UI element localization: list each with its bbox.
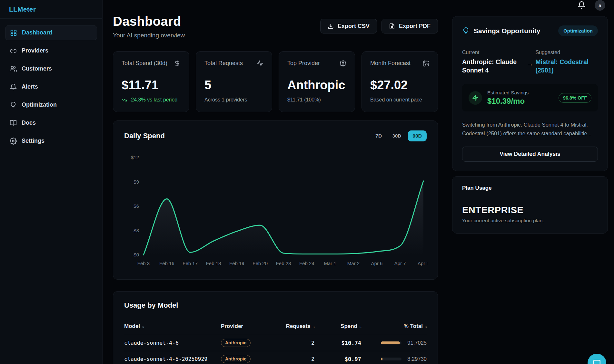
pct-bar	[381, 358, 401, 360]
provider-cell: Anthropic	[221, 339, 279, 347]
sidebar-item-customers[interactable]: Customers	[5, 61, 97, 76]
current-model: Anthropic: Claude Sonnet 4	[462, 58, 525, 74]
sidebar-item-label: Dashboard	[22, 29, 52, 36]
column-header-requests[interactable]: Requests↑↓	[279, 323, 314, 335]
range-toggle: 7D 30D 90D	[371, 130, 427, 141]
x-axis-label: Mar 1	[324, 261, 336, 266]
y-axis-label: $0	[134, 252, 139, 257]
view-detailed-analysis-button[interactable]: View Detailed Analysis	[462, 147, 598, 162]
plan-subtitle: Your current active subscription plan.	[462, 218, 598, 224]
sidebar-nav: Dashboard Providers Customers Alerts Opt…	[0, 19, 102, 158]
x-axis-label: Feb 16	[159, 261, 174, 266]
suggested-label: Suggested	[536, 50, 598, 55]
x-axis-label: Mar 2	[347, 261, 360, 266]
suggested-model[interactable]: Mistral: Codestral (2501)	[536, 58, 598, 74]
lightbulb-icon	[462, 27, 474, 34]
lightbulb-icon	[10, 101, 17, 109]
x-axis-label: Feb 18	[206, 261, 221, 266]
spend-area	[144, 181, 423, 255]
stat-value: Anthropic	[287, 78, 346, 92]
table-header-row: Model↑↓ProviderRequests↑↓Spend↑↓% Total↑…	[124, 323, 427, 335]
chart-title: Daily Spend	[124, 132, 165, 140]
provider-badge: Anthropic	[221, 339, 251, 347]
plan-usage-title: Plan Usage	[462, 185, 598, 191]
model-comparison: Current Anthropic: Claude Sonnet 4 → Sug…	[462, 50, 598, 74]
plan-usage-card: Plan Usage ENTERPRISE Your current activ…	[452, 176, 608, 234]
x-axis-label: Feb 23	[276, 261, 291, 266]
stat-subtext: Based on current pace	[370, 97, 422, 103]
stat-value: $11.71	[122, 78, 181, 92]
spend-cell: $10.74	[314, 340, 361, 346]
stat-card-total-spend: Total Spend (30d) $11.71 -24.3% vs last …	[113, 51, 189, 112]
y-axis-label: $9	[134, 179, 139, 185]
savings-opportunity-card: Savings Opportunity Optimization Current…	[452, 16, 608, 171]
savings-title: Savings Opportunity	[474, 27, 558, 35]
calendar-clock-icon	[422, 60, 429, 67]
gear-icon	[10, 138, 17, 145]
sidebar-item-settings[interactable]: Settings	[5, 133, 97, 148]
estimated-savings-value: $10.39/mo	[487, 97, 529, 106]
right-column: Savings Opportunity Optimization Current…	[452, 16, 608, 364]
export-pdf-button[interactable]: Export PDF	[381, 19, 438, 34]
model-cell: claude-sonnet-4-5-20250929	[124, 356, 221, 362]
stat-label: Month Forecast	[370, 60, 411, 67]
pct-value: 8.29730	[405, 356, 427, 362]
sidebar-item-docs[interactable]: Docs	[5, 115, 97, 130]
page-title: Dashboard	[113, 14, 185, 29]
discount-badge: 96.8% OFF	[559, 93, 591, 103]
sort-icon: ↑↓	[424, 324, 427, 328]
x-axis-label: Feb 17	[183, 261, 198, 266]
column-header-model[interactable]: Model↑↓	[124, 323, 221, 335]
x-axis-label: Feb 19	[229, 261, 244, 266]
optimization-badge: Optimization	[558, 25, 598, 36]
stat-subtext: Across 1 providers	[204, 97, 247, 103]
range-7d-button[interactable]: 7D	[371, 130, 386, 141]
sidebar-item-alerts[interactable]: Alerts	[5, 79, 97, 94]
x-axis-label: Feb 20	[253, 261, 268, 266]
dashboard-grid-icon	[10, 29, 17, 36]
column-header--total[interactable]: % Total↑↓	[361, 323, 427, 335]
pct-bar	[381, 341, 401, 344]
sidebar-item-label: Optimization	[22, 101, 57, 108]
zap-icon	[469, 91, 482, 105]
export-csv-button[interactable]: Export CSV	[320, 19, 377, 34]
plan-tier: ENTERPRISE	[462, 205, 598, 216]
usage-table-body: claude-sonnet-4-6Anthropic2$10.7491.7025…	[124, 335, 427, 364]
user-avatar[interactable]: a	[595, 0, 605, 11]
current-label: Current	[462, 50, 525, 55]
daily-spend-chart: $0$3$6$9$12Feb 3Feb 16Feb 17Feb 18Feb 19…	[124, 148, 427, 270]
sidebar-item-label: Alerts	[22, 83, 38, 90]
download-icon	[328, 23, 334, 29]
bell-icon	[10, 83, 17, 91]
sidebar-item-dashboard[interactable]: Dashboard	[5, 25, 97, 40]
usage-table: Model↑↓ProviderRequests↑↓Spend↑↓% Total↑…	[124, 323, 427, 364]
notifications-bell-icon[interactable]	[578, 1, 586, 9]
stat-card-month-forecast: Month Forecast $27.02 Based on current p…	[361, 51, 438, 112]
requests-cell: 2	[279, 340, 314, 346]
range-90d-button[interactable]: 90D	[408, 130, 427, 141]
trending-down-icon	[122, 97, 127, 103]
book-open-icon	[10, 120, 17, 127]
stat-value: $27.02	[370, 78, 429, 92]
table-row: claude-sonnet-4-6Anthropic2$10.7491.7025	[124, 335, 427, 351]
column-header-spend[interactable]: Spend↑↓	[314, 323, 361, 335]
cpu-icon	[340, 60, 346, 67]
sidebar-item-label: Providers	[22, 47, 48, 54]
stat-subtext: $11.71 (100%)	[287, 97, 321, 103]
y-axis-label: $12	[131, 155, 139, 160]
link-icon	[10, 47, 17, 54]
spend-cell: $0.97	[314, 356, 361, 362]
sidebar-item-providers[interactable]: Providers	[5, 43, 97, 58]
sidebar-item-label: Docs	[22, 120, 36, 126]
x-axis-label: Apr 9	[418, 261, 427, 266]
range-30d-button[interactable]: 30D	[388, 130, 405, 141]
dollar-icon	[174, 60, 181, 67]
daily-spend-card: Daily Spend 7D 30D 90D $0$3$6$9$12Feb 3F…	[113, 120, 438, 280]
stats-row: Total Spend (30d) $11.71 -24.3% vs last …	[113, 51, 438, 112]
page-header: Dashboard Your AI spending overview Expo…	[113, 14, 438, 39]
usage-by-model-card: Usage by Model Model↑↓ProviderRequests↑↓…	[113, 291, 438, 364]
x-axis-label: Feb 24	[299, 261, 314, 266]
spend-line	[144, 181, 423, 255]
sidebar-item-optimization[interactable]: Optimization	[5, 97, 97, 112]
column-header-provider: Provider	[221, 323, 279, 335]
